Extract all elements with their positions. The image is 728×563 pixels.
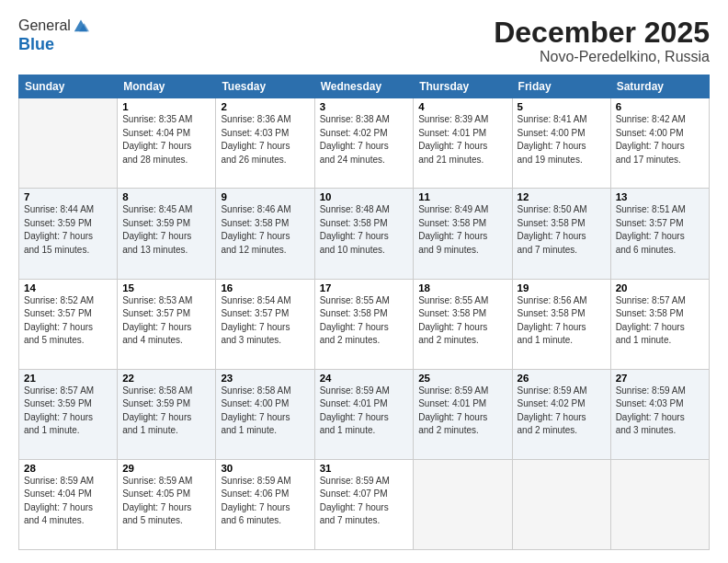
calendar-cell: 16Sunrise: 8:54 AM Sunset: 3:57 PM Dayli… (216, 279, 314, 369)
day-number: 1 (122, 101, 210, 112)
calendar-cell: 13Sunrise: 8:51 AM Sunset: 3:57 PM Dayli… (610, 189, 709, 279)
calendar-cell: 10Sunrise: 8:48 AM Sunset: 3:58 PM Dayli… (314, 189, 414, 279)
day-number: 4 (418, 101, 506, 112)
calendar-cell: 12Sunrise: 8:50 AM Sunset: 3:58 PM Dayli… (512, 189, 610, 279)
day-number: 23 (221, 373, 309, 384)
calendar-cell: 25Sunrise: 8:59 AM Sunset: 4:01 PM Dayli… (414, 369, 512, 459)
day-number: 18 (418, 282, 506, 293)
day-number: 21 (24, 373, 112, 384)
logo-general-text: General (18, 17, 71, 34)
calendar-cell: 6Sunrise: 8:42 AM Sunset: 4:00 PM Daylig… (610, 98, 709, 189)
day-number: 12 (518, 191, 606, 202)
day-info: Sunrise: 8:54 AM Sunset: 3:57 PM Dayligh… (221, 294, 309, 348)
calendar-cell: 29Sunrise: 8:59 AM Sunset: 4:05 PM Dayli… (118, 459, 216, 549)
logo-icon (73, 17, 89, 33)
calendar-cell: 20Sunrise: 8:57 AM Sunset: 3:58 PM Dayli… (610, 279, 709, 369)
col-header-tuesday: Tuesday (216, 75, 314, 98)
day-number: 22 (122, 373, 210, 384)
day-number: 6 (616, 101, 704, 112)
day-info: Sunrise: 8:57 AM Sunset: 3:59 PM Dayligh… (24, 385, 112, 438)
day-info: Sunrise: 8:52 AM Sunset: 3:57 PM Dayligh… (24, 294, 112, 348)
calendar-cell: 2Sunrise: 8:36 AM Sunset: 4:03 PM Daylig… (216, 98, 314, 189)
day-number: 5 (518, 101, 606, 112)
day-info: Sunrise: 8:59 AM Sunset: 4:05 PM Dayligh… (122, 475, 210, 528)
calendar-cell (414, 459, 512, 549)
calendar-cell: 3Sunrise: 8:38 AM Sunset: 4:02 PM Daylig… (314, 98, 414, 189)
calendar-cell: 23Sunrise: 8:58 AM Sunset: 4:00 PM Dayli… (216, 369, 314, 459)
calendar-cell: 11Sunrise: 8:49 AM Sunset: 3:58 PM Dayli… (414, 189, 512, 279)
location: Novo-Peredelkino, Russia (494, 49, 710, 65)
day-info: Sunrise: 8:59 AM Sunset: 4:07 PM Dayligh… (320, 475, 409, 528)
day-number: 31 (320, 463, 409, 474)
day-info: Sunrise: 8:59 AM Sunset: 4:01 PM Dayligh… (320, 385, 409, 438)
logo-blue-text: Blue (18, 35, 54, 53)
calendar-cell (610, 459, 709, 549)
calendar-cell: 18Sunrise: 8:55 AM Sunset: 3:58 PM Dayli… (414, 279, 512, 369)
calendar-cell: 14Sunrise: 8:52 AM Sunset: 3:57 PM Dayli… (19, 279, 118, 369)
logo: General Blue (18, 17, 89, 54)
day-info: Sunrise: 8:59 AM Sunset: 4:04 PM Dayligh… (24, 475, 112, 528)
day-info: Sunrise: 8:35 AM Sunset: 4:04 PM Dayligh… (122, 113, 210, 167)
calendar-cell: 5Sunrise: 8:41 AM Sunset: 4:00 PM Daylig… (512, 98, 610, 189)
day-number: 24 (320, 373, 409, 384)
day-info: Sunrise: 8:44 AM Sunset: 3:59 PM Dayligh… (24, 203, 112, 257)
calendar-cell: 1Sunrise: 8:35 AM Sunset: 4:04 PM Daylig… (118, 98, 216, 189)
day-number: 9 (221, 191, 309, 202)
day-number: 7 (24, 191, 112, 202)
header: General Blue December 2025 Novo-Peredelk… (18, 17, 710, 65)
day-info: Sunrise: 8:50 AM Sunset: 3:58 PM Dayligh… (518, 203, 606, 257)
calendar-cell: 9Sunrise: 8:46 AM Sunset: 3:58 PM Daylig… (216, 189, 314, 279)
calendar-cell (19, 98, 118, 189)
day-number: 29 (122, 463, 210, 474)
col-header-friday: Friday (512, 75, 610, 98)
day-number: 27 (616, 373, 704, 384)
day-info: Sunrise: 8:57 AM Sunset: 3:58 PM Dayligh… (616, 294, 704, 348)
col-header-sunday: Sunday (19, 75, 118, 98)
day-info: Sunrise: 8:51 AM Sunset: 3:57 PM Dayligh… (616, 203, 704, 257)
day-info: Sunrise: 8:36 AM Sunset: 4:03 PM Dayligh… (221, 113, 309, 167)
day-info: Sunrise: 8:59 AM Sunset: 4:03 PM Dayligh… (616, 385, 704, 438)
page: General Blue December 2025 Novo-Peredelk… (0, 0, 728, 563)
calendar-cell (512, 459, 610, 549)
day-number: 17 (320, 282, 409, 293)
day-info: Sunrise: 8:48 AM Sunset: 3:58 PM Dayligh… (320, 203, 409, 257)
day-info: Sunrise: 8:58 AM Sunset: 3:59 PM Dayligh… (122, 385, 210, 438)
day-number: 14 (24, 282, 112, 293)
day-info: Sunrise: 8:59 AM Sunset: 4:01 PM Dayligh… (418, 385, 506, 438)
day-info: Sunrise: 8:55 AM Sunset: 3:58 PM Dayligh… (418, 294, 506, 348)
calendar-cell: 8Sunrise: 8:45 AM Sunset: 3:59 PM Daylig… (118, 189, 216, 279)
calendar-header-row: SundayMondayTuesdayWednesdayThursdayFrid… (19, 75, 710, 98)
day-number: 3 (320, 101, 409, 112)
day-info: Sunrise: 8:58 AM Sunset: 4:00 PM Dayligh… (221, 385, 309, 438)
title-block: December 2025 Novo-Peredelkino, Russia (494, 17, 710, 65)
week-row-2: 7Sunrise: 8:44 AM Sunset: 3:59 PM Daylig… (19, 189, 710, 279)
day-number: 19 (518, 282, 606, 293)
day-number: 28 (24, 463, 112, 474)
col-header-wednesday: Wednesday (314, 75, 414, 98)
week-row-4: 21Sunrise: 8:57 AM Sunset: 3:59 PM Dayli… (19, 369, 710, 459)
day-number: 26 (518, 373, 606, 384)
day-info: Sunrise: 8:42 AM Sunset: 4:00 PM Dayligh… (616, 113, 704, 167)
day-info: Sunrise: 8:38 AM Sunset: 4:02 PM Dayligh… (320, 113, 409, 167)
day-info: Sunrise: 8:39 AM Sunset: 4:01 PM Dayligh… (418, 113, 506, 167)
calendar-cell: 24Sunrise: 8:59 AM Sunset: 4:01 PM Dayli… (314, 369, 414, 459)
calendar-cell: 21Sunrise: 8:57 AM Sunset: 3:59 PM Dayli… (19, 369, 118, 459)
day-number: 15 (122, 282, 210, 293)
day-info: Sunrise: 8:53 AM Sunset: 3:57 PM Dayligh… (122, 294, 210, 348)
day-info: Sunrise: 8:41 AM Sunset: 4:00 PM Dayligh… (518, 113, 606, 167)
week-row-1: 1Sunrise: 8:35 AM Sunset: 4:04 PM Daylig… (19, 98, 710, 189)
calendar-cell: 19Sunrise: 8:56 AM Sunset: 3:58 PM Dayli… (512, 279, 610, 369)
calendar-cell: 30Sunrise: 8:59 AM Sunset: 4:06 PM Dayli… (216, 459, 314, 549)
calendar-cell: 17Sunrise: 8:55 AM Sunset: 3:58 PM Dayli… (314, 279, 414, 369)
day-number: 25 (418, 373, 506, 384)
day-info: Sunrise: 8:49 AM Sunset: 3:58 PM Dayligh… (418, 203, 506, 257)
day-info: Sunrise: 8:45 AM Sunset: 3:59 PM Dayligh… (122, 203, 210, 257)
col-header-thursday: Thursday (414, 75, 512, 98)
calendar-cell: 4Sunrise: 8:39 AM Sunset: 4:01 PM Daylig… (414, 98, 512, 189)
week-row-5: 28Sunrise: 8:59 AM Sunset: 4:04 PM Dayli… (19, 459, 710, 549)
col-header-monday: Monday (118, 75, 216, 98)
day-number: 8 (122, 191, 210, 202)
day-number: 16 (221, 282, 309, 293)
day-number: 13 (616, 191, 704, 202)
calendar-cell: 15Sunrise: 8:53 AM Sunset: 3:57 PM Dayli… (118, 279, 216, 369)
